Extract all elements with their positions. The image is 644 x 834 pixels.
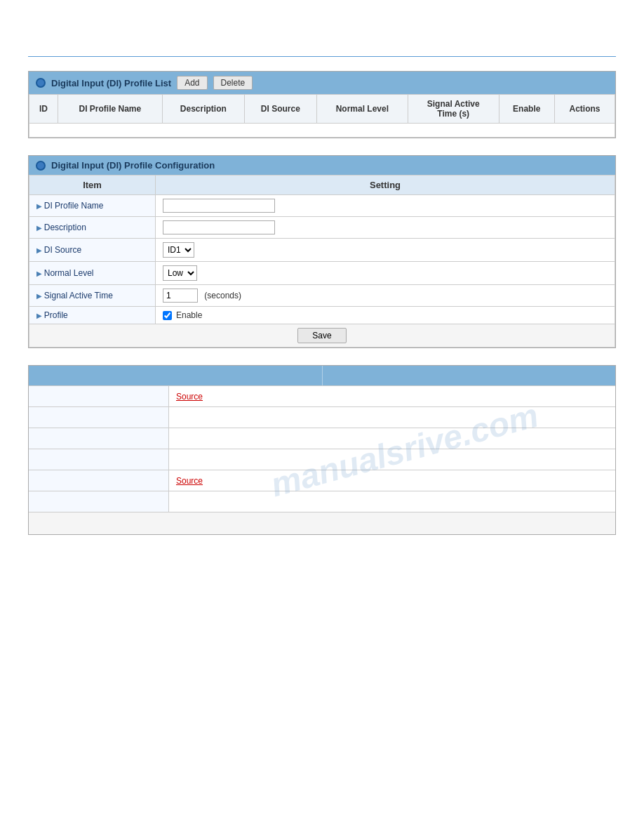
checkbox-enable[interactable]	[163, 311, 172, 320]
row-normal-level: Normal Level Low	[29, 262, 615, 285]
save-button[interactable]: Save	[297, 328, 346, 343]
col-enable: Enable	[499, 95, 554, 124]
input-description[interactable]	[163, 220, 275, 234]
row-description: Description	[29, 217, 615, 239]
table-header-row: ID DI Profile Name Description DI Source…	[29, 95, 615, 124]
col-di-source: DI Source	[244, 95, 316, 124]
select-di-source[interactable]: ID1	[163, 242, 194, 258]
setting-description	[156, 217, 615, 239]
row-signal-active-time: Signal Active Time (seconds)	[29, 285, 615, 307]
top-divider	[28, 56, 616, 57]
setting-signal-active-time: (seconds)	[156, 285, 615, 307]
col-actions: Actions	[554, 95, 615, 124]
config-col-item: Item	[29, 176, 156, 195]
header-icon	[36, 78, 46, 88]
row-profile: Profile Enable	[29, 307, 615, 324]
col-normal-level: Normal Level	[316, 95, 408, 124]
setting-profile: Enable	[156, 307, 615, 324]
partial-row-1-label	[29, 386, 169, 406]
label-profile: Profile	[29, 307, 156, 324]
empty-row	[29, 124, 615, 138]
partial-row-2	[29, 406, 615, 428]
setting-normal-level: Low	[156, 262, 615, 285]
input-di-profile-name[interactable]	[163, 199, 275, 213]
row-di-source: DI Source ID1	[29, 239, 615, 262]
partial-link-2[interactable]: Source	[176, 476, 203, 486]
partial-row-6-content	[169, 491, 615, 512]
col-id: ID	[29, 95, 58, 124]
setting-di-source: ID1	[156, 239, 615, 262]
di-profile-config-panel: Digital Input (DI) Profile Configuration…	[28, 155, 616, 348]
header-divider	[322, 366, 323, 385]
partial-link-1[interactable]: Source	[176, 392, 203, 402]
di-profile-config-title: Digital Input (DI) Profile Configuration	[51, 160, 215, 171]
col-description: Description	[162, 95, 244, 124]
partial-row-5-content: Source	[169, 470, 615, 491]
partial-row-6-label	[29, 491, 169, 512]
di-profile-list-table: ID DI Profile Name Description DI Source…	[29, 94, 615, 138]
config-header-row: Item Setting	[29, 176, 615, 195]
di-profile-config-header: Digital Input (DI) Profile Configuration	[29, 156, 615, 175]
partial-row-2-content	[169, 407, 615, 428]
setting-di-profile-name	[156, 195, 615, 217]
di-profile-config-table: Item Setting DI Profile Name Descriptio	[29, 175, 615, 348]
col-signal-active-time: Signal ActiveTime (s)	[408, 95, 499, 124]
partial-row-4	[29, 449, 615, 470]
di-profile-list-header: Digital Input (DI) Profile List Add Dele…	[29, 72, 615, 94]
label-description: Description	[29, 217, 156, 239]
partial-row-4-label	[29, 449, 169, 470]
config-header-icon	[36, 161, 46, 171]
select-normal-level[interactable]: Low	[163, 265, 197, 281]
enable-label[interactable]: Enable	[163, 310, 608, 320]
partial-row-3	[29, 428, 615, 449]
di-profile-list-panel: Digital Input (DI) Profile List Add Dele…	[28, 71, 616, 138]
enable-text: Enable	[176, 310, 202, 320]
seconds-label: (seconds)	[204, 291, 241, 300]
partial-row-6	[29, 491, 615, 512]
partial-row-5: Source	[29, 470, 615, 491]
partial-row-4-content	[169, 449, 615, 470]
partial-row-2-label	[29, 407, 169, 428]
input-signal-active-time[interactable]	[163, 289, 198, 303]
save-row: Save	[29, 324, 615, 348]
partial-panel: Source Source	[28, 365, 616, 535]
partial-row-5-label	[29, 470, 169, 491]
partial-row-3-label	[29, 428, 169, 449]
di-profile-list-title: Digital Input (DI) Profile List	[51, 78, 171, 88]
label-signal-active-time: Signal Active Time	[29, 285, 156, 307]
save-cell: Save	[29, 324, 615, 348]
partial-panel-header	[29, 366, 615, 385]
partial-row-1: Source	[29, 385, 615, 406]
di-profile-list-section: Digital Input (DI) Profile List Add Dele…	[28, 71, 616, 138]
page-wrapper: Digital Input (DI) Profile List Add Dele…	[0, 0, 644, 834]
add-button[interactable]: Add	[177, 76, 207, 90]
partial-row-1-content: Source	[169, 386, 615, 406]
partial-row-3-content	[169, 428, 615, 449]
partial-save-row	[29, 512, 615, 534]
col-profile-name: DI Profile Name	[58, 95, 162, 124]
partial-panel-section: Source Source	[28, 365, 616, 535]
config-col-setting: Setting	[156, 176, 615, 195]
di-profile-config-section: Digital Input (DI) Profile Configuration…	[28, 155, 616, 348]
row-di-profile-name: DI Profile Name	[29, 195, 615, 217]
label-di-source: DI Source	[29, 239, 156, 262]
delete-button[interactable]: Delete	[213, 76, 253, 90]
label-normal-level: Normal Level	[29, 262, 156, 285]
label-di-profile-name: DI Profile Name	[29, 195, 156, 217]
